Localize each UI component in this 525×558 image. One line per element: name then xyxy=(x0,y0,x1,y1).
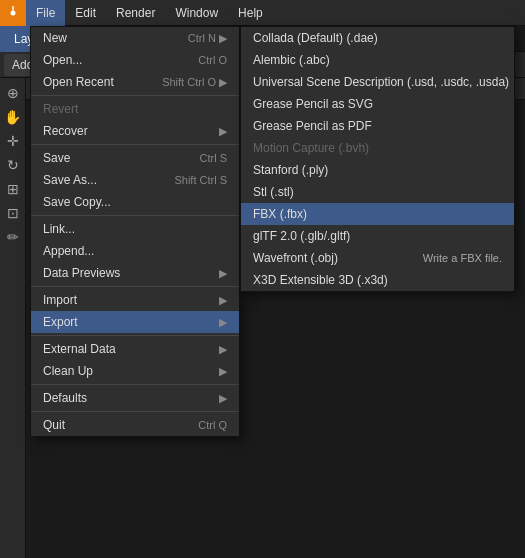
separator-4 xyxy=(31,286,239,287)
file-menu-external-data-label: External Data xyxy=(43,342,116,356)
separator-6 xyxy=(31,384,239,385)
defaults-arrow: ▶ xyxy=(219,392,227,405)
export-grease-pencil-pdf[interactable]: Grease Pencil as PDF xyxy=(241,115,514,137)
file-menu-save-copy[interactable]: Save Copy... xyxy=(31,191,239,213)
export-wavefront-note: Write a FBX file. xyxy=(423,252,502,264)
export-alembic-label: Alembic (.abc) xyxy=(253,53,330,67)
file-menu-new-label: New xyxy=(43,31,67,45)
export-wavefront-label: Wavefront (.obj) xyxy=(253,251,338,265)
file-menu-open-recent-label: Open Recent xyxy=(43,75,114,89)
file-menu-export[interactable]: Export ▶ xyxy=(31,311,239,333)
export-fbx-label: FBX (.fbx) xyxy=(253,207,307,221)
file-menu-import[interactable]: Import ▶ xyxy=(31,289,239,311)
file-menu-data-previews[interactable]: Data Previews ▶ xyxy=(31,262,239,284)
file-menu-quit-shortcut: Ctrl Q xyxy=(198,419,227,431)
file-menu-save-shortcut: Ctrl S xyxy=(200,152,228,164)
file-menu-save-as[interactable]: Save As... Shift Ctrl S xyxy=(31,169,239,191)
file-menu-append[interactable]: Append... xyxy=(31,240,239,262)
file-menu-open[interactable]: Open... Ctrl O xyxy=(31,49,239,71)
export-grease-pencil-svg-label: Grease Pencil as SVG xyxy=(253,97,373,111)
clean-up-arrow: ▶ xyxy=(219,365,227,378)
left-panel: ⊕ ✋ ✛ ↻ ⊞ ⊡ ✏ xyxy=(0,78,26,558)
move-icon[interactable]: ✛ xyxy=(2,130,24,152)
export-grease-pencil-svg[interactable]: Grease Pencil as SVG xyxy=(241,93,514,115)
file-menu-data-previews-label: Data Previews xyxy=(43,266,120,280)
export-x3d[interactable]: X3D Extensible 3D (.x3d) xyxy=(241,269,514,291)
file-menu-defaults-label: Defaults xyxy=(43,391,87,405)
file-menu-link-label: Link... xyxy=(43,222,75,236)
scale-icon[interactable]: ⊞ xyxy=(2,178,24,200)
file-menu-clean-up[interactable]: Clean Up ▶ xyxy=(31,360,239,382)
blender-logo xyxy=(0,0,26,26)
file-menu-append-label: Append... xyxy=(43,244,94,258)
export-grease-pencil-pdf-label: Grease Pencil as PDF xyxy=(253,119,372,133)
external-data-arrow: ▶ xyxy=(219,343,227,356)
annotate-icon[interactable]: ✏ xyxy=(2,226,24,248)
export-motion-capture-label: Motion Capture (.bvh) xyxy=(253,141,369,155)
export-usd-label: Universal Scene Description (.usd, .usdc… xyxy=(253,75,509,89)
export-collada-label: Collada (Default) (.dae) xyxy=(253,31,378,45)
file-menu-open-recent-shortcut: Shift Ctrl O ▶ xyxy=(162,76,227,89)
export-collada[interactable]: Collada (Default) (.dae) xyxy=(241,27,514,49)
file-menu-import-label: Import xyxy=(43,293,77,307)
export-motion-capture: Motion Capture (.bvh) xyxy=(241,137,514,159)
export-usd[interactable]: Universal Scene Description (.usd, .usdc… xyxy=(241,71,514,93)
file-menu-new[interactable]: New Ctrl N ▶ xyxy=(31,27,239,49)
export-arrow: ▶ xyxy=(219,316,227,329)
menu-file[interactable]: File xyxy=(26,0,65,26)
file-menu-defaults[interactable]: Defaults ▶ xyxy=(31,387,239,409)
file-menu-link[interactable]: Link... xyxy=(31,218,239,240)
file-menu-save-label: Save xyxy=(43,151,70,165)
file-menu-recover[interactable]: Recover ▶ xyxy=(31,120,239,142)
menu-render[interactable]: Render xyxy=(106,0,165,26)
file-menu-export-label: Export xyxy=(43,315,78,329)
export-gltf-label: glTF 2.0 (.glb/.gltf) xyxy=(253,229,350,243)
cursor-icon[interactable]: ⊕ xyxy=(2,82,24,104)
separator-3 xyxy=(31,215,239,216)
file-menu-external-data[interactable]: External Data ▶ xyxy=(31,338,239,360)
file-menu-new-shortcut: Ctrl N ▶ xyxy=(188,32,227,45)
file-menu-open-shortcut: Ctrl O xyxy=(198,54,227,66)
svg-point-1 xyxy=(11,10,16,15)
export-stl[interactable]: Stl (.stl) xyxy=(241,181,514,203)
export-submenu: Collada (Default) (.dae) Alembic (.abc) … xyxy=(240,26,515,292)
file-menu-save-copy-label: Save Copy... xyxy=(43,195,111,209)
file-menu-save[interactable]: Save Ctrl S xyxy=(31,147,239,169)
import-arrow: ▶ xyxy=(219,294,227,307)
menu-window[interactable]: Window xyxy=(165,0,228,26)
export-stl-label: Stl (.stl) xyxy=(253,185,294,199)
export-stanford[interactable]: Stanford (.ply) xyxy=(241,159,514,181)
separator-5 xyxy=(31,335,239,336)
file-menu-revert: Revert xyxy=(31,98,239,120)
file-menu: New Ctrl N ▶ Open... Ctrl O Open Recent … xyxy=(30,26,240,437)
file-menu-revert-label: Revert xyxy=(43,102,78,116)
file-menu-open-label: Open... xyxy=(43,53,82,67)
hand-icon[interactable]: ✋ xyxy=(2,106,24,128)
file-menu-quit-label: Quit xyxy=(43,418,65,432)
file-menu-recover-label: Recover xyxy=(43,124,88,138)
export-x3d-label: X3D Extensible 3D (.x3d) xyxy=(253,273,388,287)
menu-edit[interactable]: Edit xyxy=(65,0,106,26)
transform-icon[interactable]: ⊡ xyxy=(2,202,24,224)
rotate-icon[interactable]: ↻ xyxy=(2,154,24,176)
file-menu-open-recent[interactable]: Open Recent Shift Ctrl O ▶ xyxy=(31,71,239,93)
export-alembic[interactable]: Alembic (.abc) xyxy=(241,49,514,71)
menu-help[interactable]: Help xyxy=(228,0,273,26)
export-fbx[interactable]: FBX (.fbx) xyxy=(241,203,514,225)
file-menu-clean-up-label: Clean Up xyxy=(43,364,93,378)
file-menu-quit[interactable]: Quit Ctrl Q xyxy=(31,414,239,436)
file-menu-save-as-shortcut: Shift Ctrl S xyxy=(174,174,227,186)
file-menu-save-as-label: Save As... xyxy=(43,173,97,187)
top-bar: File Edit Render Window Help xyxy=(0,0,525,26)
export-wavefront[interactable]: Wavefront (.obj) Write a FBX file. xyxy=(241,247,514,269)
export-gltf[interactable]: glTF 2.0 (.glb/.gltf) xyxy=(241,225,514,247)
separator-1 xyxy=(31,95,239,96)
separator-2 xyxy=(31,144,239,145)
export-stanford-label: Stanford (.ply) xyxy=(253,163,328,177)
data-previews-arrow: ▶ xyxy=(219,267,227,280)
separator-7 xyxy=(31,411,239,412)
recover-arrow: ▶ xyxy=(219,125,227,138)
